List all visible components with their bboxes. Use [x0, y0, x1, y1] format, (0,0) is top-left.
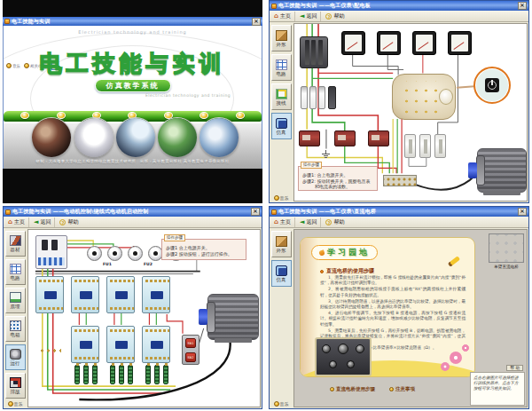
- fuse-label-fu2: FU2: [144, 262, 153, 266]
- home-button[interactable]: ⌂主页: [272, 12, 295, 21]
- home-button[interactable]: ⌂主页: [6, 217, 29, 227]
- help-icon: ?: [325, 13, 332, 20]
- photo-device[interactable]: [116, 118, 155, 157]
- music-button[interactable]: 音乐: [8, 401, 23, 407]
- help-button[interactable]: ?帮助: [324, 217, 348, 227]
- close-icon[interactable]: ×: [518, 208, 527, 216]
- back-button[interactable]: ◄返回: [298, 12, 321, 21]
- bridge-thumbnail[interactable]: [489, 233, 524, 263]
- home-button[interactable]: ⌂主页: [272, 217, 295, 227]
- titlebar[interactable]: 电工技能与实训 ——电动机控制\绕线式电动机启动控制 ×: [4, 207, 262, 217]
- sidebar: 器材 电路 原理 电箱 运行 排故 音乐: [4, 228, 27, 408]
- sidebar-button-circuit[interactable]: 电路: [271, 54, 292, 81]
- sidebar-button-principle[interactable]: 原理: [5, 288, 26, 313]
- panel-icon: [10, 320, 21, 331]
- fuse-cartridge[interactable]: [301, 86, 308, 109]
- menu-oval-button[interactable]: [236, 112, 245, 119]
- menu-oval-button[interactable]: [20, 112, 29, 119]
- stop-button[interactable]: SB2: [185, 352, 196, 362]
- current-transformer-3: [368, 130, 389, 146]
- sidebar-button-appearance[interactable]: 外形: [271, 25, 292, 51]
- photo-components[interactable]: [200, 118, 239, 157]
- back-icon: ◄: [300, 13, 304, 20]
- fuse-link[interactable]: [434, 134, 446, 158]
- start-button[interactable]: SB1: [185, 338, 196, 348]
- titlebar[interactable]: 电工技能与实训 ×: [3, 17, 262, 26]
- sidebar-button-simulation[interactable]: 仿真: [271, 260, 292, 287]
- main-breaker[interactable]: [300, 36, 328, 68]
- fuse-block[interactable]: [328, 86, 336, 109]
- starting-resistor: [154, 365, 160, 384]
- fuse-link[interactable]: [419, 134, 431, 158]
- sidebar-button-circuit[interactable]: 电路: [5, 259, 26, 285]
- round-fuse[interactable]: [107, 246, 122, 261]
- sidebar-button-run[interactable]: 运行: [5, 344, 26, 370]
- photo-motor[interactable]: [158, 118, 197, 157]
- fuse-link[interactable]: [404, 134, 416, 158]
- knife-switch[interactable]: [37, 344, 61, 354]
- operation-steps-box: 操作步骤 步骤1 合上电源开关。 步骤2 按动按钮，进行运行操作。: [161, 239, 246, 260]
- menu-oval-button[interactable]: [200, 112, 208, 119]
- toolbar: ⌂主页 ◄返回 ?帮助: [270, 11, 528, 22]
- sidebar: 外形 仿真 音乐: [270, 228, 293, 408]
- app-icon: [271, 209, 277, 215]
- back-button[interactable]: ◄返回: [32, 217, 55, 227]
- link-precautions[interactable]: 注意事项: [389, 386, 415, 392]
- contactor: [71, 326, 99, 363]
- menu-oval-button[interactable]: [57, 112, 66, 119]
- thumbnail-label: 单臂直流电桥: [486, 265, 527, 269]
- box-icon: [276, 30, 287, 41]
- music-button[interactable]: 音乐: [274, 195, 289, 201]
- help-text-box: 点击右侧图片可选择想进行训练的器件。点击下方按钮可学习相关知识。: [470, 372, 525, 406]
- photo-wires[interactable]: [32, 118, 71, 157]
- device-thumbnail-wrap: 单臂直流电桥: [486, 233, 527, 269]
- back-button[interactable]: ◄返回: [298, 217, 321, 227]
- back-label: 返回: [40, 218, 51, 226]
- titlebar[interactable]: 电工技能与实训 ——电工仪表\配电板 ×: [270, 1, 528, 11]
- step-line: 步骤2 按动按钮，进行运行操作。: [166, 251, 243, 257]
- window-title: 电工技能与实训 ——电工仪表\直流电桥: [278, 208, 516, 216]
- motor-control-window: 电工技能与实训 ——电动机控制\绕线式电动机启动控制 × ⌂主页 ◄返回 ?帮助…: [3, 206, 262, 409]
- equipment-icon: [10, 235, 21, 246]
- step-paragraph: 2、将被测电阻用较粗的导线接于面板上标有“RX”的两接线柱上并拧紧螺钉，使其处于…: [320, 287, 466, 297]
- help-button[interactable]: ?帮助: [324, 12, 348, 21]
- troubleshoot-icon: [10, 377, 21, 388]
- step-paragraph: 4、进行电桥平衡调节。先按下按钮 B 接通电源，再按下按钮 G 接通检流计。根据…: [320, 311, 466, 328]
- round-fuse[interactable]: [128, 246, 143, 261]
- main-breaker[interactable]: [35, 235, 67, 269]
- step-paragraph: 1、测量前先打开检流计锁扣，即将 G 接线柱处的金属簧片由“内接”拨到“外接”，…: [320, 275, 466, 286]
- app-icon: [4, 19, 10, 24]
- sidebar-button-panel[interactable]: 电箱: [5, 316, 26, 342]
- box-icon: [276, 236, 287, 247]
- bullet-icon: [330, 387, 334, 391]
- photo-meter[interactable]: [74, 118, 113, 157]
- toolbar: ⌂主页 ◄返回 ?帮助: [4, 217, 262, 228]
- home-label: 主页: [14, 218, 25, 226]
- close-icon[interactable]: ×: [251, 208, 260, 216]
- sidebar-button-wiring[interactable]: 接线: [271, 83, 292, 110]
- help-button[interactable]: ?帮助: [58, 217, 82, 227]
- fuse-cartridge[interactable]: [318, 86, 325, 109]
- transfer-switch[interactable]: [392, 74, 456, 120]
- music-icon: [8, 401, 13, 407]
- learning-area: 学习园地 直流电桥的使用步骤 1、测量前先打开检流计锁扣，即将 G 接线柱处的金…: [293, 229, 528, 407]
- titlebar[interactable]: 电工技能与实训 ——电工仪表\直流电桥 ×: [270, 207, 528, 217]
- sidebar-button-appearance[interactable]: 外形: [271, 231, 292, 257]
- current-transformer-1: [299, 130, 320, 146]
- round-fuse[interactable]: [87, 246, 102, 261]
- computer-icon: [276, 265, 287, 276]
- music-button[interactable]: 音乐: [274, 401, 289, 407]
- close-icon[interactable]: ×: [252, 18, 261, 26]
- help-icon: ?: [325, 219, 332, 225]
- home-label: 主页: [280, 12, 291, 20]
- learning-card: 学习园地 直流电桥的使用步骤 1、测量前先打开检流计锁扣，即将 G 接线柱处的金…: [300, 237, 475, 377]
- magnifier-circle[interactable]: [473, 67, 511, 104]
- close-icon[interactable]: ×: [518, 2, 527, 10]
- sidebar-button-equipment[interactable]: 器材: [5, 231, 26, 257]
- operation-steps-box: 操作步骤 步骤1: 合上电源开关。 步骤2: 按动转换开关，观察电压表 和电流表…: [298, 166, 378, 191]
- fuse-cartridge[interactable]: [309, 86, 317, 109]
- sidebar-button-troubleshoot[interactable]: 排故: [5, 373, 26, 399]
- sidebar-button-simulation[interactable]: 仿真: [271, 113, 292, 139]
- link-usage-steps[interactable]: 直流电桥使用步骤: [330, 386, 375, 392]
- circuit-icon: [276, 59, 287, 70]
